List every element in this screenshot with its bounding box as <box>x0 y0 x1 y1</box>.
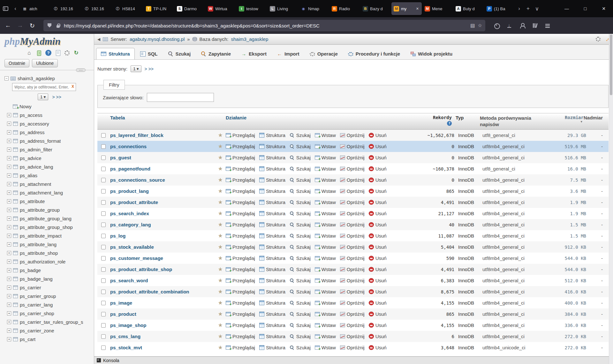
table-link[interactable]: ps_cms_lang <box>110 334 140 339</box>
structure-action[interactable]: Struktura <box>259 255 285 261</box>
table-link[interactable]: ps_product <box>110 311 136 317</box>
row-checkbox[interactable] <box>101 334 106 339</box>
drop-action[interactable]: Usuń <box>369 233 387 239</box>
header-tabela[interactable]: Tabela <box>110 115 215 120</box>
table-name[interactable]: ps_carrier_zone <box>20 328 54 333</box>
browser-tab[interactable]: M Mene <box>422 2 453 15</box>
database-name[interactable]: shaim3_agasklep <box>18 76 55 81</box>
table-name[interactable]: ps_attribute <box>20 199 45 204</box>
row-collation[interactable]: utf8mb4_general_ci <box>482 155 546 160</box>
home-icon[interactable]: ⌂ <box>26 50 32 56</box>
favorite-star-icon[interactable]: ★ <box>215 221 226 228</box>
account-icon[interactable] <box>519 23 525 28</box>
row-checkbox[interactable] <box>101 167 106 171</box>
expand-icon[interactable]: + <box>7 156 11 160</box>
header-collation[interactable]: Metoda porównywania napisów <box>480 115 544 128</box>
row-collation[interactable]: utf8mb4_general_ci <box>482 244 546 250</box>
browser-tab[interactable]: ⓘ 192.16 <box>82 2 112 15</box>
sidebar-table-item[interactable]: + ps_attribute_group_lang <box>0 214 94 223</box>
structure-action[interactable]: Struktura <box>259 289 285 294</box>
browser-tab[interactable]: ◉ Nmap <box>299 2 329 15</box>
tab-procedury[interactable]: Procedury i funkcje <box>343 48 405 59</box>
table-name[interactable]: ps_carrier_group <box>20 293 56 299</box>
drop-action[interactable]: Usuń <box>369 211 387 216</box>
row-size[interactable]: 336.0 KB <box>546 323 586 328</box>
tab-struktura[interactable]: Struktura <box>96 48 135 59</box>
structure-action[interactable]: Struktura <box>259 166 285 171</box>
minimize-button[interactable]: — <box>557 0 576 17</box>
browse-action[interactable]: Przeglądaj <box>226 267 255 272</box>
structure-action[interactable]: Struktura <box>259 200 285 205</box>
pocket-icon[interactable] <box>494 23 499 28</box>
empty-action[interactable]: Opróżnij <box>340 300 365 306</box>
scroll-tabs-right-icon[interactable]: › <box>515 5 524 12</box>
drop-action[interactable]: Usuń <box>369 155 387 160</box>
browse-action[interactable]: Przeglądaj <box>226 188 255 194</box>
structure-action[interactable]: Struktura <box>259 300 285 306</box>
drop-action[interactable]: Usuń <box>369 144 387 149</box>
sidebar-table-item[interactable]: + ps_attribute_lang <box>0 240 94 249</box>
expand-icon[interactable]: + <box>7 329 11 333</box>
expand-icon[interactable]: + <box>7 173 11 178</box>
row-collation[interactable]: utf8mb4_general_ci <box>482 211 546 216</box>
sidebar-table-item[interactable]: + ps_attribute <box>0 197 94 206</box>
favorite-star-icon[interactable]: ★ <box>215 244 226 250</box>
insert-action[interactable]: Wstaw <box>315 255 336 261</box>
table-link[interactable]: ps_customer_message <box>110 255 163 261</box>
expand-icon[interactable]: + <box>7 277 11 281</box>
drop-action[interactable]: Usuń <box>369 322 387 328</box>
favorite-star-icon[interactable]: ★ <box>215 132 226 139</box>
table-name[interactable]: ps_carrier_shop <box>20 311 54 316</box>
search-action[interactable]: Szukaj <box>290 322 311 328</box>
tab-szukaj[interactable]: Szukaj <box>163 48 196 59</box>
browse-action[interactable]: Przeglądaj <box>226 211 255 216</box>
expand-icon[interactable]: + <box>7 285 11 290</box>
browse-action[interactable]: Przeglądaj <box>226 133 255 138</box>
search-action[interactable]: Szukaj <box>290 278 311 283</box>
browse-action[interactable]: Przeglądaj <box>226 177 255 183</box>
browser-tab[interactable]: t testow <box>237 2 267 15</box>
row-collation[interactable]: utf8_general_ci <box>482 133 546 138</box>
browse-action[interactable]: Przeglądaj <box>226 345 255 350</box>
favorite-star-icon[interactable]: ★ <box>215 288 226 295</box>
sidebar-table-item[interactable]: + ps_address <box>0 128 94 137</box>
sidebar-table-item[interactable]: + ps_carrier <box>0 283 94 292</box>
search-action[interactable]: Szukaj <box>290 155 311 160</box>
row-size[interactable]: 272.0 KB <box>546 345 586 350</box>
row-collation[interactable]: utf8mb4_general_ci <box>482 300 546 306</box>
sidebar-table-item[interactable]: + ps_authorization_role <box>0 257 94 266</box>
table-link[interactable]: ps_product_attribute_combination <box>110 289 189 294</box>
page-number-select[interactable]: 1 ▾ <box>131 65 141 72</box>
tab-zapytanie[interactable]: Zapytanie <box>196 48 236 59</box>
firefox-view-icon[interactable] <box>0 2 11 15</box>
search-action[interactable]: Szukaj <box>290 345 311 350</box>
url-text[interactable]: https://mysql.dpanel.pl/index.php?route=… <box>64 23 467 28</box>
empty-action[interactable]: Opróżnij <box>340 345 365 350</box>
favorite-star-icon[interactable]: ★ <box>215 300 226 306</box>
tracking-protection-shield-icon[interactable] <box>47 23 52 28</box>
expand-icon[interactable]: + <box>7 303 11 307</box>
browse-action[interactable]: Przeglądaj <box>226 255 255 261</box>
favorite-star-icon[interactable]: ★ <box>215 255 226 262</box>
table-name[interactable]: ps_carrier_tax_rules_group_s <box>20 319 83 325</box>
expand-icon[interactable]: + <box>7 225 11 229</box>
structure-action[interactable]: Struktura <box>259 211 285 216</box>
table-name[interactable]: ps_attribute_impact <box>20 233 62 239</box>
tree-page-links[interactable]: > >> <box>52 95 61 100</box>
row-size[interactable]: 16.0 MB <box>546 166 586 171</box>
expand-icon[interactable]: + <box>7 268 11 272</box>
row-collation[interactable]: utf8mb4_general_ci <box>482 177 546 183</box>
row-checkbox[interactable] <box>101 189 106 193</box>
table-name[interactable]: ps_advice <box>20 155 42 161</box>
search-action[interactable]: Szukaj <box>290 144 311 149</box>
drop-action[interactable]: Usuń <box>369 255 387 261</box>
favorite-star-icon[interactable]: ★ <box>215 311 226 317</box>
table-link[interactable]: ps_connections_source <box>110 177 165 183</box>
drop-action[interactable]: Usuń <box>369 289 387 294</box>
browser-tab[interactable]: T TP-LIN <box>144 2 174 15</box>
row-checkbox[interactable] <box>101 133 106 138</box>
empty-action[interactable]: Opróżnij <box>340 255 365 261</box>
insert-action[interactable]: Wstaw <box>315 334 336 339</box>
sidebar-table-item[interactable]: + ps_attachment_lang <box>0 188 94 197</box>
search-action[interactable]: Szukaj <box>290 211 311 216</box>
